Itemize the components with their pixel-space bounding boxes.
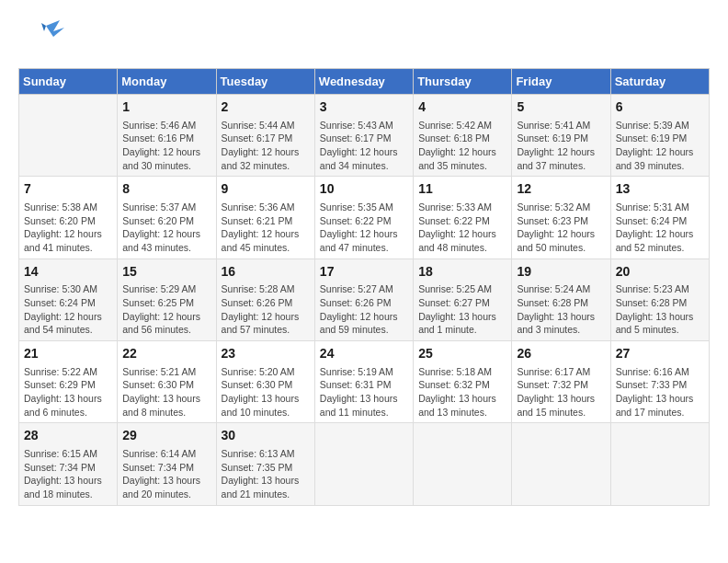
cell-info: Sunrise: 6:13 AM Sunset: 7:35 PM Dayligh…	[222, 447, 310, 501]
day-number: 3	[320, 98, 408, 117]
column-header-monday: Monday	[118, 69, 216, 95]
day-number: 15	[122, 263, 210, 282]
day-number: 27	[616, 345, 704, 363]
svg-marker-1	[41, 23, 46, 31]
day-number: 20	[616, 263, 704, 282]
day-number: 13	[616, 180, 704, 199]
calendar-cell: 17Sunrise: 5:27 AM Sunset: 6:26 PM Dayli…	[314, 259, 413, 340]
day-number: 25	[418, 345, 506, 363]
calendar-cell: 21Sunrise: 5:22 AM Sunset: 6:29 PM Dayli…	[19, 341, 118, 423]
cell-info: Sunrise: 5:18 AM Sunset: 6:32 PM Dayligh…	[418, 365, 506, 419]
day-number: 22	[122, 345, 210, 363]
calendar-cell: 11Sunrise: 5:33 AM Sunset: 6:22 PM Dayli…	[414, 177, 512, 259]
svg-marker-0	[46, 20, 64, 37]
calendar-cell: 24Sunrise: 5:19 AM Sunset: 6:31 PM Dayli…	[314, 341, 413, 423]
day-number: 6	[616, 98, 704, 117]
day-number: 9	[222, 180, 310, 199]
cell-info: Sunrise: 5:31 AM Sunset: 6:24 PM Dayligh…	[616, 201, 704, 255]
header-row: SundayMondayTuesdayWednesdayThursdayFrid…	[19, 69, 710, 95]
cell-info: Sunrise: 5:21 AM Sunset: 6:30 PM Dayligh…	[122, 365, 210, 419]
calendar-cell: 6Sunrise: 5:39 AM Sunset: 6:19 PM Daylig…	[610, 95, 709, 177]
calendar-cell: 5Sunrise: 5:41 AM Sunset: 6:19 PM Daylig…	[512, 95, 610, 177]
calendar-cell: 27Sunrise: 6:16 AM Sunset: 7:33 PM Dayli…	[610, 341, 709, 423]
calendar-cell: 9Sunrise: 5:36 AM Sunset: 6:21 PM Daylig…	[216, 177, 314, 259]
column-header-sunday: Sunday	[19, 69, 118, 95]
calendar-cell: 22Sunrise: 5:21 AM Sunset: 6:30 PM Dayli…	[118, 341, 216, 423]
cell-info: Sunrise: 6:16 AM Sunset: 7:33 PM Dayligh…	[616, 365, 704, 419]
cell-info: Sunrise: 5:38 AM Sunset: 6:20 PM Dayligh…	[24, 201, 112, 255]
calendar-cell	[414, 423, 512, 505]
column-header-tuesday: Tuesday	[216, 69, 314, 95]
calendar-cell	[512, 423, 610, 505]
week-row-2: 7Sunrise: 5:38 AM Sunset: 6:20 PM Daylig…	[19, 177, 710, 259]
cell-info: Sunrise: 5:37 AM Sunset: 6:20 PM Dayligh…	[122, 201, 210, 255]
cell-info: Sunrise: 6:14 AM Sunset: 7:34 PM Dayligh…	[122, 447, 210, 501]
cell-info: Sunrise: 5:33 AM Sunset: 6:22 PM Dayligh…	[418, 201, 506, 255]
day-number: 19	[517, 263, 605, 282]
calendar-cell: 28Sunrise: 6:15 AM Sunset: 7:34 PM Dayli…	[19, 423, 118, 505]
day-number: 1	[122, 98, 210, 117]
day-number: 5	[517, 98, 605, 117]
cell-info: Sunrise: 5:19 AM Sunset: 6:31 PM Dayligh…	[320, 365, 408, 419]
cell-info: Sunrise: 5:29 AM Sunset: 6:25 PM Dayligh…	[122, 282, 210, 337]
calendar-cell	[610, 423, 709, 505]
cell-info: Sunrise: 5:44 AM Sunset: 6:17 PM Dayligh…	[222, 119, 310, 173]
week-row-4: 21Sunrise: 5:22 AM Sunset: 6:29 PM Dayli…	[19, 341, 710, 423]
calendar-cell: 19Sunrise: 5:24 AM Sunset: 6:28 PM Dayli…	[512, 259, 610, 340]
week-row-1: 1Sunrise: 5:46 AM Sunset: 6:16 PM Daylig…	[19, 95, 710, 177]
day-number: 18	[418, 263, 506, 282]
calendar-cell	[314, 423, 413, 505]
cell-info: Sunrise: 5:41 AM Sunset: 6:19 PM Dayligh…	[517, 119, 605, 173]
day-number: 21	[24, 345, 112, 363]
day-number: 2	[222, 98, 310, 117]
day-number: 10	[320, 180, 408, 199]
day-number: 30	[222, 427, 310, 445]
column-header-saturday: Saturday	[610, 69, 709, 95]
day-number: 17	[320, 263, 408, 282]
day-number: 8	[122, 180, 210, 199]
week-row-5: 28Sunrise: 6:15 AM Sunset: 7:34 PM Dayli…	[19, 423, 710, 505]
cell-info: Sunrise: 5:43 AM Sunset: 6:17 PM Dayligh…	[320, 119, 408, 173]
day-number: 4	[418, 98, 506, 117]
column-header-thursday: Thursday	[414, 69, 512, 95]
calendar-cell: 18Sunrise: 5:25 AM Sunset: 6:27 PM Dayli…	[414, 259, 512, 340]
cell-info: Sunrise: 5:25 AM Sunset: 6:27 PM Dayligh…	[418, 282, 506, 337]
calendar-cell: 1Sunrise: 5:46 AM Sunset: 6:16 PM Daylig…	[118, 95, 216, 177]
calendar-cell: 12Sunrise: 5:32 AM Sunset: 6:23 PM Dayli…	[512, 177, 610, 259]
day-number: 26	[517, 345, 605, 363]
cell-info: Sunrise: 5:23 AM Sunset: 6:28 PM Dayligh…	[616, 282, 704, 337]
cell-info: Sunrise: 5:28 AM Sunset: 6:26 PM Dayligh…	[222, 282, 310, 337]
cell-info: Sunrise: 5:42 AM Sunset: 6:18 PM Dayligh…	[418, 119, 506, 173]
calendar-cell: 8Sunrise: 5:37 AM Sunset: 6:20 PM Daylig…	[118, 177, 216, 259]
calendar-cell: 10Sunrise: 5:35 AM Sunset: 6:22 PM Dayli…	[314, 177, 413, 259]
calendar-cell: 7Sunrise: 5:38 AM Sunset: 6:20 PM Daylig…	[19, 177, 118, 259]
calendar-cell: 25Sunrise: 5:18 AM Sunset: 6:32 PM Dayli…	[414, 341, 512, 423]
calendar-cell: 20Sunrise: 5:23 AM Sunset: 6:28 PM Dayli…	[610, 259, 709, 340]
cell-info: Sunrise: 5:32 AM Sunset: 6:23 PM Dayligh…	[517, 201, 605, 255]
cell-info: Sunrise: 5:36 AM Sunset: 6:21 PM Dayligh…	[222, 201, 310, 255]
calendar-cell: 23Sunrise: 5:20 AM Sunset: 6:30 PM Dayli…	[216, 341, 314, 423]
day-number: 7	[24, 180, 112, 199]
cell-info: Sunrise: 5:30 AM Sunset: 6:24 PM Dayligh…	[24, 282, 112, 337]
calendar-cell: 3Sunrise: 5:43 AM Sunset: 6:17 PM Daylig…	[314, 95, 413, 177]
cell-info: Sunrise: 6:15 AM Sunset: 7:34 PM Dayligh…	[24, 447, 112, 501]
calendar-cell: 13Sunrise: 5:31 AM Sunset: 6:24 PM Dayli…	[610, 177, 709, 259]
cell-info: Sunrise: 5:24 AM Sunset: 6:28 PM Dayligh…	[517, 282, 605, 337]
day-number: 23	[222, 345, 310, 363]
logo	[18, 18, 68, 59]
day-number: 28	[24, 427, 112, 445]
cell-info: Sunrise: 5:20 AM Sunset: 6:30 PM Dayligh…	[222, 365, 310, 419]
day-number: 12	[517, 180, 605, 199]
day-number: 14	[24, 263, 112, 282]
calendar-cell: 26Sunrise: 6:17 AM Sunset: 7:32 PM Dayli…	[512, 341, 610, 423]
cell-info: Sunrise: 5:46 AM Sunset: 6:16 PM Dayligh…	[122, 119, 210, 173]
column-header-wednesday: Wednesday	[314, 69, 413, 95]
week-row-3: 14Sunrise: 5:30 AM Sunset: 6:24 PM Dayli…	[19, 259, 710, 340]
column-header-friday: Friday	[512, 69, 610, 95]
cell-info: Sunrise: 5:27 AM Sunset: 6:26 PM Dayligh…	[320, 282, 408, 337]
day-number: 16	[222, 263, 310, 282]
cell-info: Sunrise: 5:35 AM Sunset: 6:22 PM Dayligh…	[320, 201, 408, 255]
calendar-cell: 30Sunrise: 6:13 AM Sunset: 7:35 PM Dayli…	[216, 423, 314, 505]
calendar-cell: 4Sunrise: 5:42 AM Sunset: 6:18 PM Daylig…	[414, 95, 512, 177]
calendar-cell: 16Sunrise: 5:28 AM Sunset: 6:26 PM Dayli…	[216, 259, 314, 340]
